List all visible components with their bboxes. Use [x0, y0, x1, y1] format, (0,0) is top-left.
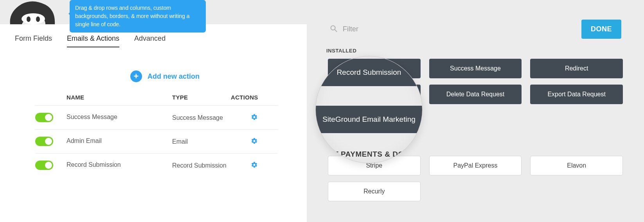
search-icon — [329, 24, 338, 34]
tab-advanced[interactable]: Advanced — [134, 34, 165, 47]
ninja-logo — [6, 0, 57, 24]
col-actions: ACTIONS — [231, 94, 278, 101]
action-redirect[interactable]: Redirect — [530, 59, 623, 78]
table-row: Success Message Success Message — [35, 105, 278, 129]
toggle-switch[interactable] — [35, 161, 53, 170]
filter-input[interactable] — [343, 25, 444, 33]
plus-icon: + — [130, 70, 142, 82]
editor-panel: Drag & drop rows and columns, custom bac… — [0, 0, 307, 222]
actions-table: NAME TYPE ACTIONS Success Message Succes… — [35, 94, 278, 177]
hint-tooltip-text: Drag & drop rows and columns, custom bac… — [75, 5, 190, 27]
row-type: Record Submission — [172, 161, 231, 170]
col-type: TYPE — [172, 94, 231, 101]
gear-icon[interactable] — [251, 137, 258, 146]
toggle-switch[interactable] — [35, 113, 53, 122]
table-header: NAME TYPE ACTIONS — [35, 94, 278, 105]
row-name: Success Message — [67, 113, 172, 121]
col-name: NAME — [35, 94, 172, 101]
table-row: Record Submission Record Submission — [35, 153, 278, 177]
tab-form-fields[interactable]: Form Fields — [15, 34, 52, 47]
magnifier-lens: Record Submission SiteGround Email Marke… — [315, 56, 423, 163]
action-paypal-express[interactable]: PayPal Express — [429, 156, 522, 175]
action-elavon[interactable]: Elavon — [530, 156, 623, 175]
svg-point-2 — [22, 13, 45, 24]
row-type: Email — [172, 137, 231, 146]
svg-point-4 — [36, 16, 40, 22]
add-new-action-button[interactable]: + Add new action — [130, 70, 200, 82]
magnified-siteground-email-marketing: SiteGround Email Marketing — [316, 106, 422, 133]
gear-icon[interactable] — [251, 114, 258, 122]
svg-point-5 — [331, 25, 335, 30]
action-delete-data-request[interactable]: Delete Data Request — [429, 85, 522, 104]
done-button[interactable]: DONE — [581, 20, 621, 39]
tab-emails-actions[interactable]: Emails & Actions — [67, 34, 119, 47]
installed-label: INSTALLED — [326, 48, 356, 54]
action-success-message[interactable]: Success Message — [429, 59, 522, 78]
svg-point-3 — [27, 16, 31, 22]
row-type: Success Message — [172, 113, 231, 122]
hint-tooltip: Drag & drop rows and columns, custom bac… — [70, 0, 206, 32]
tabs: Form Fields Emails & Actions Advanced — [15, 34, 165, 47]
add-new-action-label: Add new action — [148, 72, 200, 81]
filter-wrap — [329, 24, 444, 34]
gear-icon[interactable] — [251, 161, 258, 170]
action-recurly[interactable]: Recurly — [328, 182, 421, 201]
toggle-switch[interactable] — [35, 137, 53, 146]
table-row: Admin Email Email — [35, 129, 278, 153]
action-export-data-request[interactable]: Export Data Request — [530, 85, 623, 104]
row-name: Admin Email — [67, 137, 172, 144]
row-name: Record Submission — [67, 161, 172, 168]
svg-line-6 — [335, 29, 337, 32]
drawer-header: DONE — [329, 20, 621, 39]
